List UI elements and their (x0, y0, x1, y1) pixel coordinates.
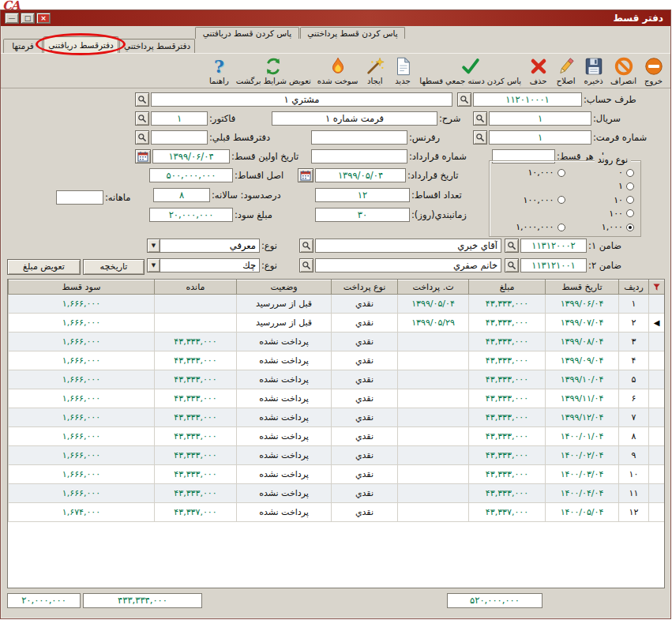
chevron-down-icon[interactable]: ▼ (147, 258, 160, 272)
tab-payable-book[interactable]: دفترقسط پرداختني (119, 39, 195, 53)
new-button[interactable]: جديد (389, 54, 415, 86)
rounding-option[interactable]: ۱۰۰ (565, 209, 635, 219)
cell-amount: ۴۳,۳۳۳,۰۰۰ (468, 427, 545, 446)
previous-book-input[interactable] (151, 130, 208, 145)
contract-number-input[interactable] (311, 149, 407, 163)
table-row[interactable]: ۱۰۱۴۰۰/۰۳/۰۴۴۳,۳۳۳,۰۰۰نقديپرداخت نشده۴۳,… (8, 465, 664, 484)
swap-return-conditions-button[interactable]: تعويض شرايط برگشت (234, 54, 313, 86)
table-row[interactable]: ۵۱۳۹۹/۱۰/۰۴۴۳,۳۳۳,۰۰۰نقديپرداخت نشده۴۳,۳… (8, 370, 664, 389)
guarantor1-type-label: نوع: (261, 240, 277, 251)
guarantor2-type-label: نوع: (261, 260, 277, 271)
invoice-input[interactable] (151, 111, 208, 126)
previous-book-search-button[interactable] (135, 130, 149, 145)
tab-formats[interactable]: فرمتها (3, 39, 43, 53)
serial-input[interactable] (489, 111, 591, 126)
radio-icon (557, 224, 565, 231)
guarantor2-code-input[interactable] (520, 258, 587, 272)
cancel-button[interactable]: انصراف (608, 54, 639, 86)
guarantor2-search-button[interactable] (505, 258, 519, 272)
tab-pass-receivable[interactable]: پاس كردن قسط دريافتني (195, 27, 299, 39)
rounding-option[interactable]: ۱۰,۰۰۰ (496, 167, 565, 178)
edit-button[interactable]: اصلاح (553, 54, 579, 86)
tab-receivable-book[interactable]: دفترقسط دريافتني (43, 36, 118, 53)
guarantor1-name-input[interactable] (315, 239, 501, 253)
account-search-button[interactable] (457, 92, 471, 107)
column-header[interactable]: تاريخ قسط (545, 280, 618, 295)
invoice-search-button[interactable] (135, 111, 149, 126)
principal-input[interactable] (149, 168, 233, 182)
table-row[interactable]: ۹۱۴۰۰/۰۲/۰۴۴۳,۳۳۳,۰۰۰نقديپرداخت نشده۴۳,۳… (8, 446, 664, 465)
rounding-option[interactable]: ۱,۰۰۰ (565, 222, 635, 232)
table-row[interactable]: ۷۱۳۹۹/۱۲/۰۴۴۳,۳۳۳,۰۰۰نقديپرداخت نشده۴۳,۳… (8, 408, 664, 427)
guarantor1-type-select[interactable]: معرفي ▼ (147, 239, 260, 253)
close-button[interactable]: × (36, 13, 51, 24)
table-row[interactable]: ۱۱۱۴۰۰/۰۴/۰۴۴۳,۳۳۳,۰۰۰نقديپرداخت نشده۴۳,… (8, 484, 664, 503)
table-row[interactable]: ۱۱۳۹۹/۰۶/۰۴۴۳,۳۳۳,۰۰۰۱۳۹۹/۰۵/۰۴نقديقبل ا… (8, 295, 664, 314)
table-row[interactable]: ◀۲۱۳۹۹/۰۷/۰۴۴۳,۳۳۳,۰۰۰۱۳۹۹/۰۵/۲۹نقديقبل … (8, 314, 664, 333)
monthly-input[interactable] (56, 190, 103, 205)
column-header[interactable]: مبلغ (468, 280, 545, 295)
column-header[interactable]: سود قسط (8, 280, 154, 295)
create-button[interactable]: ايجاد (362, 54, 388, 86)
column-header[interactable]: نوع پرداخت (331, 280, 397, 295)
table-row[interactable]: ۱۲۱۴۰۰/۰۵/۰۴۴۳,۳۳۷,۰۰۰نقديپرداخت نشده۴۳,… (8, 503, 664, 522)
maximize-button[interactable]: □ (21, 13, 35, 24)
column-header[interactable]: ت. پرداخت (397, 280, 468, 295)
guarantor1-name-field (299, 238, 501, 253)
table-row[interactable]: ۳۱۳۹۹/۰۸/۰۴۴۳,۳۳۳,۰۰۰نقديپرداخت نشده۴۳,۳… (8, 333, 664, 351)
delete-icon (527, 55, 549, 77)
delete-button[interactable]: حذف (525, 54, 551, 86)
description-input[interactable] (272, 111, 437, 126)
cell-date: ۱۴۰۰/۰۵/۰۴ (545, 503, 618, 522)
installment-count-input[interactable] (315, 188, 410, 202)
column-header[interactable]: وضعيت (236, 280, 331, 295)
account-name-input[interactable] (151, 92, 452, 107)
interest-input[interactable] (153, 188, 210, 202)
swap-amount-button[interactable]: تعويض مبلغ (7, 259, 81, 275)
help-button[interactable]: ?راهنما (206, 54, 232, 86)
exit-button[interactable]: خروج (640, 54, 666, 86)
column-header[interactable]: رديف (618, 280, 648, 295)
guarantor2-type-select[interactable]: چك ▼ (147, 258, 260, 272)
rounding-option[interactable]: ۱۰۰,۰۰۰ (496, 195, 565, 205)
guarantor1-name-search-button[interactable] (299, 239, 313, 253)
table-row[interactable]: ۶۱۳۹۹/۱۱/۰۴۴۳,۳۳۳,۰۰۰نقديپرداخت نشده۴۳,۳… (8, 389, 664, 408)
contract-date-input[interactable] (315, 168, 406, 182)
first-installment-date-calendar-button[interactable] (135, 149, 151, 163)
table-row[interactable]: ۸۱۴۰۰/۰۱/۰۴۴۳,۳۳۳,۰۰۰نقديپرداخت نشده۴۳,۳… (8, 427, 664, 446)
save-button[interactable]: ذخيره (580, 54, 606, 86)
rounding-option[interactable]: ۱ (565, 181, 635, 191)
reference-input[interactable] (311, 130, 407, 145)
cell-marker (648, 408, 664, 427)
first-installment-date-input[interactable] (152, 149, 230, 163)
burned-button[interactable]: سوخت شده (315, 54, 361, 86)
toolbar-label: سوخت شده (317, 77, 359, 85)
history-button[interactable]: تاريخچه (83, 259, 145, 275)
guarantor1-search-button[interactable] (505, 239, 519, 253)
filter-header-cell[interactable] (648, 280, 664, 295)
account-name-search-button[interactable] (135, 92, 149, 107)
guarantor1-code-input[interactable] (520, 239, 587, 253)
cell-amount: ۴۳,۳۳۳,۰۰۰ (468, 314, 545, 333)
table-row[interactable]: ۴۱۳۹۹/۰۹/۰۴۴۳,۳۳۳,۰۰۰نقديپرداخت نشده۴۳,۳… (8, 351, 664, 370)
account-code-input[interactable] (473, 92, 582, 107)
guarantor2-name-search-button[interactable] (299, 258, 313, 272)
schedule-input[interactable] (315, 208, 410, 222)
rounding-option[interactable]: ۱,۰۰۰,۰۰۰ (496, 222, 565, 232)
cell-pay_date (397, 333, 468, 351)
chevron-down-icon[interactable]: ▼ (147, 239, 160, 253)
rounding-option[interactable]: ۱۰ (565, 195, 635, 205)
column-header[interactable]: مانده (154, 280, 236, 295)
profit-amount-input[interactable] (149, 208, 233, 222)
serial-search-button[interactable] (473, 111, 487, 126)
contract-date-calendar-button[interactable] (298, 168, 313, 182)
minimize-button[interactable]: — (5, 13, 19, 24)
batch-pass-button[interactable]: پاس كردن دسته جمعي قسطها (417, 54, 524, 86)
guarantor2-name-input[interactable] (315, 258, 501, 272)
toolbar-label: ايجاد (367, 77, 383, 85)
create-icon (364, 55, 385, 77)
format-number-search-button[interactable] (473, 130, 487, 145)
rounding-option[interactable]: ۰ (565, 167, 635, 178)
tab-pass-payable[interactable]: پاس كردن قسط پرداختني (300, 27, 405, 39)
format-number-input[interactable] (489, 130, 591, 145)
